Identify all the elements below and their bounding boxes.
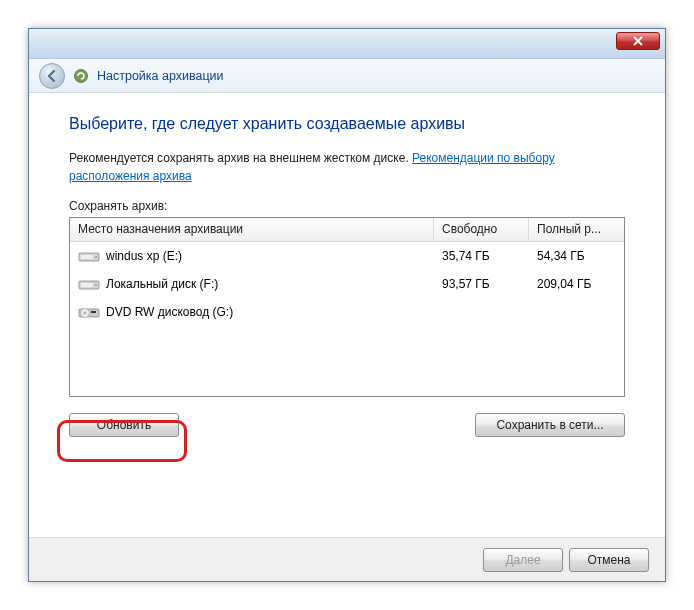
content-area: Выберите, где следует хранить создаваемы… bbox=[29, 93, 665, 447]
dialog-window: Настройка архивации Выберите, где следуе… bbox=[28, 28, 666, 582]
drive-name: DVD RW дисковод (G:) bbox=[106, 305, 233, 319]
svg-rect-10 bbox=[91, 311, 96, 313]
cancel-button[interactable]: Отмена bbox=[569, 548, 649, 572]
svg-rect-5 bbox=[81, 283, 93, 287]
arrow-left-icon bbox=[45, 69, 59, 83]
drive-total: 209,04 ГБ bbox=[529, 277, 624, 291]
svg-point-0 bbox=[75, 69, 88, 82]
dialog-footer: Далее Отмена bbox=[29, 537, 665, 581]
button-row: Обновить Сохранить в сети... bbox=[69, 413, 625, 437]
svg-point-3 bbox=[95, 256, 97, 258]
main-heading: Выберите, где следует хранить создаваемы… bbox=[69, 115, 625, 133]
window-title: Настройка архивации bbox=[97, 69, 224, 83]
hdd-icon bbox=[78, 276, 100, 292]
column-destination[interactable]: Место назначения архивации bbox=[70, 218, 434, 241]
drive-total: 54,34 ГБ bbox=[529, 249, 624, 263]
drive-name: Локальный диск (F:) bbox=[106, 277, 218, 291]
list-header: Место назначения архивации Свободно Полн… bbox=[70, 218, 624, 242]
column-free[interactable]: Свободно bbox=[434, 218, 529, 241]
drive-free: 93,57 ГБ bbox=[434, 277, 529, 291]
dvd-icon bbox=[78, 304, 100, 320]
list-item[interactable]: DVD RW дисковод (G:) bbox=[70, 298, 624, 326]
drive-name: windus xp (E:) bbox=[106, 249, 182, 263]
column-total[interactable]: Полный р... bbox=[529, 218, 624, 241]
hdd-icon bbox=[78, 248, 100, 264]
list-item[interactable]: windus xp (E:) 35,74 ГБ 54,34 ГБ bbox=[70, 242, 624, 270]
back-button[interactable] bbox=[39, 63, 65, 89]
save-network-button[interactable]: Сохранить в сети... bbox=[475, 413, 625, 437]
list-item[interactable]: Локальный диск (F:) 93,57 ГБ 209,04 ГБ bbox=[70, 270, 624, 298]
recommendation-prefix: Рекомендуется сохранять архив на внешнем… bbox=[69, 151, 412, 165]
next-button: Далее bbox=[483, 548, 563, 572]
close-icon bbox=[633, 36, 643, 46]
backup-icon bbox=[73, 68, 89, 84]
svg-rect-2 bbox=[81, 255, 93, 259]
svg-point-9 bbox=[84, 312, 86, 314]
refresh-button[interactable]: Обновить bbox=[69, 413, 179, 437]
drive-list[interactable]: Место назначения архивации Свободно Полн… bbox=[69, 217, 625, 397]
header-row: Настройка архивации bbox=[29, 59, 665, 93]
titlebar bbox=[29, 29, 665, 59]
svg-point-6 bbox=[95, 284, 97, 286]
close-button[interactable] bbox=[616, 32, 660, 50]
recommendation-text: Рекомендуется сохранять архив на внешнем… bbox=[69, 149, 625, 185]
drive-free: 35,74 ГБ bbox=[434, 249, 529, 263]
save-archive-label: Сохранять архив: bbox=[69, 199, 625, 213]
